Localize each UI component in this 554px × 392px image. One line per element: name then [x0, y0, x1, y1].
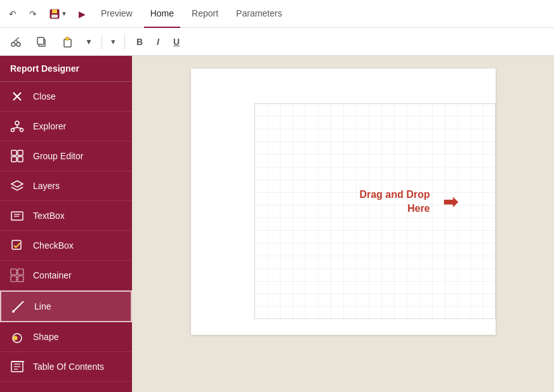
- sidebar-item-line-label: Line: [34, 301, 51, 311]
- font-dropdown-label: ▾: [111, 37, 115, 46]
- drag-drop-line1: Drag and Drop: [359, 189, 430, 200]
- container-icon: [10, 268, 24, 282]
- svg-rect-30: [18, 269, 23, 275]
- svg-rect-20: [11, 150, 16, 155]
- undo-icon: ↶: [9, 9, 16, 19]
- svg-point-4: [16, 42, 20, 46]
- redo-icon: ↷: [29, 9, 37, 19]
- paste-icon: [61, 36, 74, 48]
- play-preview-button[interactable]: ▶: [75, 6, 89, 22]
- svg-rect-29: [11, 269, 16, 275]
- svg-point-3: [11, 42, 15, 46]
- save-icon: [48, 8, 61, 20]
- svg-point-16: [20, 129, 23, 132]
- cut-icon: [10, 36, 22, 48]
- tab-home[interactable]: Home: [144, 0, 180, 28]
- svg-rect-10: [64, 39, 71, 47]
- svg-line-18: [13, 127, 17, 129]
- layers-icon: [10, 179, 24, 193]
- drag-drop-arrow: ➡: [443, 192, 496, 212]
- italic-button[interactable]: I: [152, 34, 164, 49]
- tab-report[interactable]: Report: [185, 0, 225, 28]
- copy-button[interactable]: [30, 34, 52, 50]
- svg-rect-23: [18, 157, 23, 162]
- sidebar: Report Designer Close Explorer: [0, 56, 132, 392]
- svg-rect-1: [52, 10, 57, 13]
- save-button[interactable]: ▼: [46, 5, 70, 23]
- canvas-area: Drag and Drop Here ➡: [132, 56, 554, 392]
- svg-rect-2: [51, 15, 58, 18]
- bold-button[interactable]: B: [131, 34, 148, 49]
- paste-dropdown-button[interactable]: ▼: [82, 35, 95, 49]
- redo-button[interactable]: ↷: [25, 6, 41, 22]
- drag-drop-container: Drag and Drop Here ➡: [191, 188, 496, 216]
- sidebar-item-checkbox[interactable]: CheckBox: [0, 231, 132, 261]
- sidebar-item-layers-label: Layers: [33, 181, 60, 191]
- copy-icon: [36, 36, 47, 48]
- tab-parameters[interactable]: Parameters: [230, 0, 288, 28]
- toolbar-divider-1: [102, 34, 102, 49]
- table-of-contents-icon: [10, 360, 24, 374]
- svg-line-6: [16, 40, 18, 42]
- sidebar-item-layers[interactable]: Layers: [0, 171, 132, 201]
- svg-rect-21: [18, 150, 23, 155]
- drag-drop-text: Drag and Drop Here: [210, 188, 430, 216]
- sidebar-item-explorer-label: Explorer: [33, 121, 66, 131]
- sidebar-item-line[interactable]: Line: [0, 291, 132, 322]
- svg-rect-32: [18, 276, 23, 282]
- sidebar-item-textbox-label: TextBox: [33, 211, 65, 221]
- sidebar-item-checkbox-label: CheckBox: [33, 240, 74, 251]
- paste-button[interactable]: [56, 33, 79, 51]
- group-editor-icon: [10, 149, 24, 163]
- save-dropdown-icon: ▼: [61, 10, 67, 17]
- sidebar-item-container[interactable]: Container: [0, 261, 132, 291]
- font-dropdown-button[interactable]: ▾: [109, 34, 118, 49]
- toolbar: ▼ ▾ B I U: [0, 28, 554, 56]
- explorer-icon: [10, 119, 24, 133]
- sidebar-item-textbox[interactable]: TextBox: [0, 201, 132, 231]
- svg-point-34: [12, 310, 15, 313]
- svg-line-33: [13, 301, 23, 311]
- drag-drop-text-block: Drag and Drop Here: [210, 188, 443, 216]
- sidebar-title: Report Designer: [0, 56, 132, 82]
- svg-marker-24: [11, 181, 23, 187]
- svg-point-14: [15, 121, 19, 125]
- svg-line-5: [13, 40, 16, 42]
- sidebar-item-table-of-contents-label: Table Of Contents: [33, 362, 104, 372]
- drag-drop-line2: Here: [407, 203, 430, 214]
- close-icon: [10, 89, 24, 103]
- sidebar-item-close-label: Close: [33, 91, 56, 101]
- line-icon: [11, 299, 25, 313]
- underline-button[interactable]: U: [168, 34, 185, 49]
- textbox-icon: [10, 209, 24, 223]
- svg-point-15: [11, 129, 15, 132]
- main-content: Report Designer Close Explorer: [0, 56, 554, 392]
- svg-rect-22: [11, 157, 16, 162]
- top-nav: ↶ ↷ ▼ ▶ Preview Home Report Parameters: [0, 0, 554, 28]
- sidebar-item-group-editor[interactable]: Group Editor: [0, 141, 132, 171]
- svg-point-36: [13, 336, 18, 341]
- sidebar-item-table-of-contents[interactable]: Table Of Contents: [0, 352, 132, 382]
- play-icon: ▶: [79, 9, 86, 19]
- sidebar-item-shape[interactable]: Shape: [0, 322, 132, 352]
- tab-preview[interactable]: Preview: [95, 0, 139, 28]
- shape-icon: [10, 330, 24, 344]
- sidebar-item-close[interactable]: Close: [0, 82, 132, 112]
- sidebar-item-group-editor-label: Group Editor: [33, 151, 83, 161]
- svg-rect-9: [37, 37, 44, 44]
- sidebar-item-explorer[interactable]: Explorer: [0, 112, 132, 141]
- svg-rect-31: [11, 276, 16, 282]
- svg-line-7: [16, 37, 19, 40]
- checkbox-icon: [10, 238, 24, 252]
- svg-rect-28: [12, 240, 21, 249]
- svg-line-19: [17, 127, 22, 129]
- undo-button[interactable]: ↶: [5, 6, 20, 22]
- svg-rect-11: [65, 37, 69, 40]
- sidebar-item-shape-label: Shape: [33, 332, 58, 342]
- paste-dropdown-arrow: ▼: [85, 37, 93, 46]
- cut-button[interactable]: [5, 34, 27, 50]
- sidebar-item-container-label: Container: [33, 270, 72, 280]
- toolbar-divider-2: [124, 34, 125, 49]
- page-canvas: Drag and Drop Here ➡: [191, 69, 496, 335]
